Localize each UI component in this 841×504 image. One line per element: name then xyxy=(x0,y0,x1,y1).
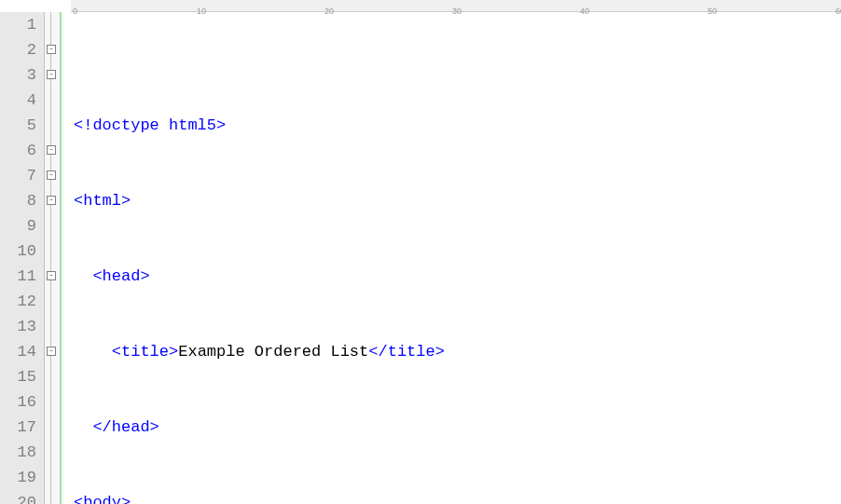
line-number: 1 xyxy=(0,12,44,37)
fold-toggle-icon[interactable]: - xyxy=(47,145,56,155)
change-margin xyxy=(61,12,72,504)
tag-token: </head> xyxy=(92,418,159,436)
tag-token: <!doctype html5> xyxy=(74,116,226,134)
line-number: 7 xyxy=(0,163,44,188)
line-number: 15 xyxy=(0,364,44,389)
tag-token: <html> xyxy=(74,192,131,210)
tag-token: <head> xyxy=(92,267,149,285)
line-number: 4 xyxy=(0,88,44,113)
code-line[interactable]: <html> xyxy=(74,188,841,213)
tag-token: </title> xyxy=(368,343,445,361)
line-number: 19 xyxy=(0,465,44,490)
line-number: 13 xyxy=(0,314,44,339)
line-number: 3 xyxy=(0,62,44,88)
line-number: 11 xyxy=(0,264,44,289)
code-line[interactable]: </head> xyxy=(74,415,841,440)
line-number: 6 xyxy=(0,138,44,163)
code-line[interactable]: <title>Example Ordered List</title> xyxy=(74,339,841,364)
line-number: 12 xyxy=(0,289,44,314)
fold-gutter: - - - - - - - xyxy=(45,12,61,504)
text-token: Example Ordered List xyxy=(178,343,368,361)
fold-toggle-icon[interactable]: - xyxy=(47,170,56,180)
line-number: 10 xyxy=(0,238,44,264)
line-number: 17 xyxy=(0,415,44,440)
line-number: 14 xyxy=(0,339,44,364)
tag-token: <title> xyxy=(112,343,178,361)
line-number: 9 xyxy=(0,213,44,238)
fold-toggle-icon[interactable]: - xyxy=(47,45,56,54)
code-line[interactable]: <head> xyxy=(74,264,841,289)
fold-toggle-icon[interactable]: - xyxy=(47,271,56,280)
line-number: 16 xyxy=(0,389,44,415)
fold-toggle-icon[interactable]: - xyxy=(47,70,56,79)
ruler: 0 10 20 30 40 50 60 xyxy=(71,0,841,12)
code-line[interactable]: <!doctype html5> xyxy=(74,113,841,138)
line-number-gutter: 1 2 3 4 5 6 7 8 9 10 11 12 13 14 15 16 1… xyxy=(0,12,45,504)
line-number: 20 xyxy=(0,490,44,504)
fold-toggle-icon[interactable]: - xyxy=(47,196,56,205)
code-area[interactable]: <!doctype html5> <html> <head> <title>Ex… xyxy=(72,12,841,504)
line-number: 2 xyxy=(0,37,44,62)
code-line[interactable]: <body> xyxy=(74,490,841,504)
line-number: 8 xyxy=(0,188,44,213)
code-editor: 0 10 20 30 40 50 60 1 2 3 4 5 6 7 8 9 10… xyxy=(0,0,841,504)
line-number: 5 xyxy=(0,113,44,138)
tag-token: <body> xyxy=(74,494,131,504)
line-number: 18 xyxy=(0,440,44,465)
fold-toggle-icon[interactable]: - xyxy=(47,347,56,356)
